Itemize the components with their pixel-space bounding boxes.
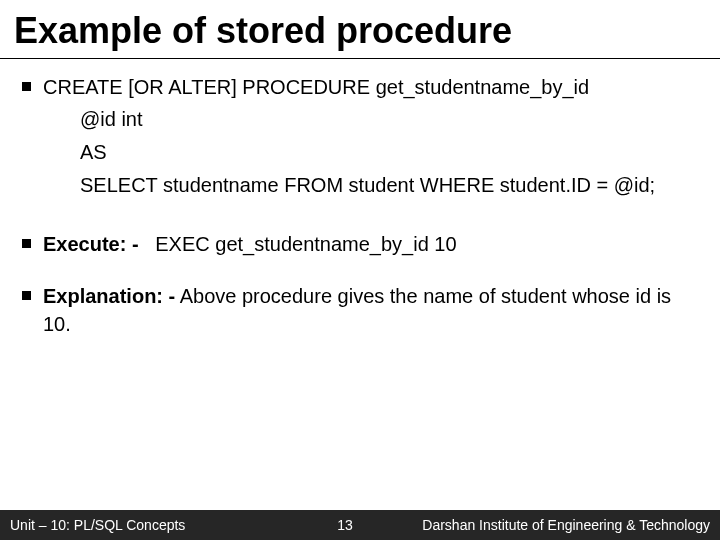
square-bullet-icon (22, 239, 31, 248)
square-bullet-icon (22, 291, 31, 300)
code-line: AS (80, 138, 698, 167)
bullet-text: CREATE [OR ALTER] PROCEDURE get_studentn… (43, 73, 698, 101)
bullet-text: Execute: - EXEC get_studentname_by_id 10 (43, 230, 698, 258)
bullet-item: Explanation: - Above procedure gives the… (22, 282, 698, 338)
code-line: SELECT studentname FROM student WHERE st… (80, 171, 698, 200)
footer-institute: Darshan Institute of Engineering & Techn… (422, 517, 720, 533)
execute-label: Execute: - (43, 233, 139, 255)
slide-content: CREATE [OR ALTER] PROCEDURE get_studentn… (0, 73, 720, 338)
code-line: @id int (80, 105, 698, 134)
explanation-label: Explanation: - (43, 285, 175, 307)
slide-footer: Unit – 10: PL/SQL Concepts Darshan Insti… (0, 510, 720, 540)
bullet-item: CREATE [OR ALTER] PROCEDURE get_studentn… (22, 73, 698, 101)
execute-command: EXEC get_studentname_by_id 10 (139, 233, 457, 255)
slide-title: Example of stored procedure (0, 0, 720, 59)
square-bullet-icon (22, 82, 31, 91)
footer-unit: Unit – 10: PL/SQL Concepts (0, 517, 185, 533)
bullet-text: Explanation: - Above procedure gives the… (43, 282, 698, 338)
bullet-item: Execute: - EXEC get_studentname_by_id 10 (22, 230, 698, 258)
